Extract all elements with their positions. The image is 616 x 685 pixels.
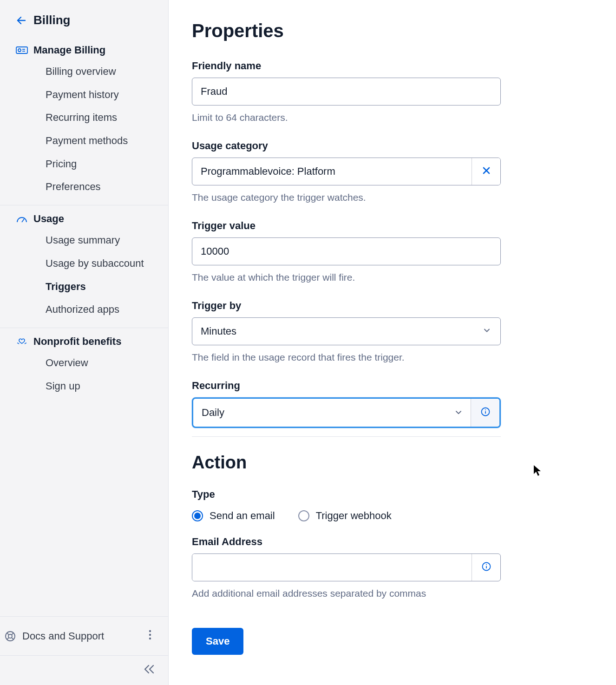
recurring-label: Recurring [192, 380, 501, 392]
radio-icon [298, 510, 309, 521]
trigger-value-input[interactable] [192, 237, 501, 265]
usage-category-value: Programmablevoice: Platform [192, 158, 472, 185]
collapse-sidebar-button[interactable] [143, 664, 155, 677]
svg-point-22 [486, 564, 487, 565]
sidebar-item-triggers[interactable]: Triggers [0, 275, 168, 298]
close-icon [482, 166, 491, 177]
section-title: Nonprofit benefits [33, 336, 121, 348]
trigger-by-help: The field in the usage record that fires… [192, 352, 501, 363]
svg-line-11 [7, 637, 9, 639]
usage-category-help: The usage category the trigger watches. [192, 192, 501, 203]
usage-category-select[interactable]: Programmablevoice: Platform [192, 158, 501, 185]
action-heading: Action [192, 453, 593, 473]
main-content: Properties Friendly name Limit to 64 cha… [169, 0, 616, 685]
arrow-left-icon [16, 15, 27, 26]
svg-line-10 [12, 632, 13, 634]
sidebar-item-nonprofit-overview[interactable]: Overview [0, 351, 168, 375]
properties-heading: Properties [192, 20, 593, 41]
sidebar-item-recurring-items[interactable]: Recurring items [0, 106, 168, 129]
divider [192, 436, 501, 437]
save-button[interactable]: Save [192, 628, 243, 655]
section-title: Manage Billing [33, 44, 105, 56]
usage-category-label: Usage category [192, 140, 501, 152]
billing-icon [16, 46, 28, 55]
svg-point-14 [149, 638, 151, 639]
recurring-info-button[interactable] [471, 399, 499, 427]
sidebar-footer: Docs and Support [0, 616, 168, 655]
friendly-name-label: Friendly name [192, 60, 501, 72]
radio-label: Trigger webhook [316, 510, 392, 522]
sidebar-section-nonprofit: Nonprofit benefits Overview Sign up [0, 328, 168, 404]
sidebar-item-pricing[interactable]: Pricing [0, 152, 168, 176]
docs-label: Docs and Support [22, 630, 104, 642]
sidebar-item-usage-summary[interactable]: Usage summary [0, 229, 168, 252]
sidebar-item-preferences[interactable]: Preferences [0, 175, 168, 198]
heart-hands-icon [16, 337, 28, 346]
email-label: Email Address [192, 536, 501, 548]
sidebar-section-manage-billing: Manage Billing Billing overview Payment … [0, 37, 168, 205]
email-input[interactable] [192, 554, 472, 581]
trigger-by-value: Minutes [201, 325, 236, 337]
info-icon [481, 407, 490, 419]
svg-point-19 [485, 409, 486, 410]
svg-line-9 [12, 637, 13, 639]
sidebar-item-authorized-apps[interactable]: Authorized apps [0, 298, 168, 321]
recurring-select[interactable]: Daily [192, 397, 501, 428]
svg-line-8 [7, 632, 9, 634]
more-menu-button[interactable] [146, 627, 154, 645]
sidebar-item-payment-history[interactable]: Payment history [0, 83, 168, 106]
sidebar-item-billing-overview[interactable]: Billing overview [0, 60, 168, 83]
radio-icon [192, 510, 203, 521]
recurring-value: Daily [202, 407, 224, 419]
back-title: Billing [33, 13, 70, 27]
section-title: Usage [33, 213, 64, 225]
radio-send-email[interactable]: Send an email [192, 510, 275, 522]
sidebar-item-nonprofit-signup[interactable]: Sign up [0, 375, 168, 398]
trigger-by-select[interactable]: Minutes [192, 317, 501, 345]
clear-usage-category-button[interactable] [472, 158, 500, 185]
back-to-parent[interactable]: Billing [0, 0, 168, 37]
sidebar-item-usage-by-subaccount[interactable]: Usage by subaccount [0, 252, 168, 275]
docs-and-support-link[interactable]: Docs and Support [5, 630, 104, 642]
email-info-button[interactable] [472, 554, 500, 581]
radio-label: Send an email [210, 510, 275, 522]
trigger-value-help: The value at which the trigger will fire… [192, 272, 501, 283]
svg-line-5 [22, 219, 24, 222]
email-help: Add additional email addresses separated… [192, 588, 501, 599]
radio-trigger-webhook[interactable]: Trigger webhook [298, 510, 392, 522]
lifebuoy-icon [5, 631, 16, 642]
sidebar-item-payment-methods[interactable]: Payment methods [0, 129, 168, 152]
trigger-value-label: Trigger value [192, 220, 501, 232]
svg-point-13 [149, 634, 151, 636]
gauge-icon [16, 214, 28, 224]
info-icon [482, 562, 491, 573]
friendly-name-help: Limit to 64 characters. [192, 112, 501, 123]
svg-point-12 [149, 630, 151, 632]
sidebar: Billing Manage Billing Billing overview … [0, 0, 169, 685]
friendly-name-input[interactable] [192, 78, 501, 105]
sidebar-section-usage: Usage Usage summary Usage by subaccount … [0, 205, 168, 328]
chevron-down-icon [455, 407, 462, 419]
action-type-label: Type [192, 488, 501, 501]
trigger-by-label: Trigger by [192, 300, 501, 312]
svg-point-2 [18, 49, 21, 52]
